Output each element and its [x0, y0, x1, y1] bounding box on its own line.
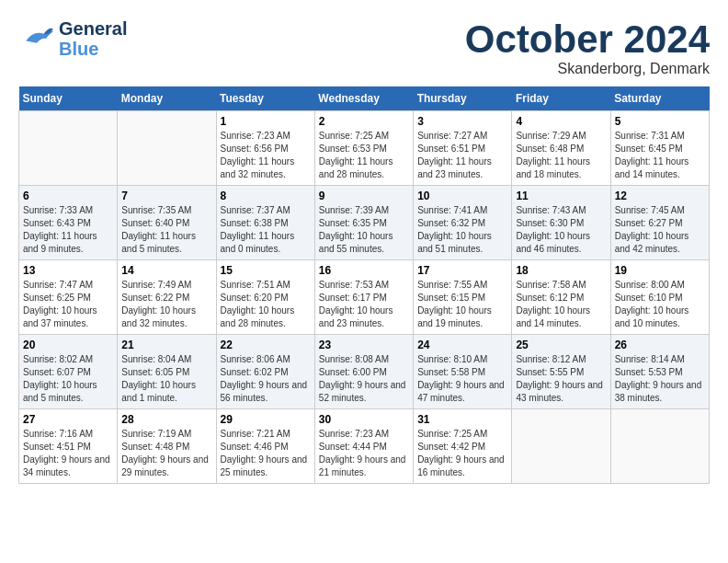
- day-info: Sunrise: 7:37 AMSunset: 6:38 PMDaylight:…: [221, 204, 311, 256]
- calendar-cell: 6 Sunrise: 7:33 AMSunset: 6:43 PMDayligh…: [19, 186, 118, 260]
- week-row-2: 6 Sunrise: 7:33 AMSunset: 6:43 PMDayligh…: [19, 186, 710, 260]
- day-info: Sunrise: 7:31 AMSunset: 6:45 PMDaylight:…: [615, 130, 705, 181]
- calendar-cell: 24 Sunrise: 8:10 AMSunset: 5:58 PMDaylig…: [414, 335, 512, 409]
- weekday-header-wednesday: Wednesday: [314, 86, 413, 111]
- calendar-cell: 2 Sunrise: 7:25 AMSunset: 6:53 PMDayligh…: [314, 111, 413, 186]
- calendar-cell: 20 Sunrise: 8:02 AMSunset: 6:07 PMDaylig…: [19, 335, 118, 409]
- week-row-1: 1 Sunrise: 7:23 AMSunset: 6:56 PMDayligh…: [19, 111, 710, 186]
- day-info: Sunrise: 7:51 AMSunset: 6:20 PMDaylight:…: [221, 279, 311, 330]
- calendar-cell: 30 Sunrise: 7:23 AMSunset: 4:44 PMDaylig…: [314, 409, 413, 484]
- calendar-cell: [19, 111, 118, 186]
- weekday-header-sunday: Sunday: [19, 86, 118, 111]
- day-number: 9: [319, 190, 409, 202]
- day-info: Sunrise: 7:19 AMSunset: 4:48 PMDaylight:…: [121, 428, 211, 479]
- day-info: Sunrise: 7:41 AMSunset: 6:32 PMDaylight:…: [417, 204, 507, 256]
- calendar-cell: 29 Sunrise: 7:21 AMSunset: 4:46 PMDaylig…: [216, 409, 314, 484]
- month-title: October 2024: [465, 18, 710, 61]
- calendar-cell: [610, 409, 709, 484]
- day-info: Sunrise: 7:58 AMSunset: 6:12 PMDaylight:…: [516, 279, 606, 330]
- weekday-header-saturday: Saturday: [610, 86, 709, 111]
- day-info: Sunrise: 7:23 AMSunset: 6:56 PMDaylight:…: [221, 130, 311, 181]
- day-number: 29: [221, 413, 311, 426]
- location: Skanderborg, Denmark: [465, 61, 710, 77]
- calendar-cell: 31 Sunrise: 7:25 AMSunset: 4:42 PMDaylig…: [414, 409, 512, 484]
- calendar-cell: 19 Sunrise: 8:00 AMSunset: 6:10 PMDaylig…: [610, 260, 709, 335]
- day-number: 3: [417, 115, 507, 128]
- day-info: Sunrise: 7:49 AMSunset: 6:22 PMDaylight:…: [121, 279, 211, 330]
- day-number: 20: [23, 339, 113, 351]
- day-number: 18: [516, 264, 606, 277]
- calendar-cell: 13 Sunrise: 7:47 AMSunset: 6:25 PMDaylig…: [19, 260, 118, 335]
- calendar-cell: 15 Sunrise: 7:51 AMSunset: 6:20 PMDaylig…: [216, 260, 314, 335]
- day-number: 4: [516, 115, 606, 128]
- day-number: 21: [121, 339, 211, 351]
- calendar-cell: 12 Sunrise: 7:45 AMSunset: 6:27 PMDaylig…: [610, 186, 709, 260]
- day-number: 24: [417, 339, 507, 351]
- day-info: Sunrise: 7:39 AMSunset: 6:35 PMDaylight:…: [319, 204, 409, 256]
- logo-bird-icon: [18, 23, 55, 55]
- day-number: 2: [319, 115, 409, 128]
- day-number: 25: [516, 339, 606, 351]
- day-info: Sunrise: 8:06 AMSunset: 6:02 PMDaylight:…: [221, 353, 311, 405]
- day-info: Sunrise: 8:08 AMSunset: 6:00 PMDaylight:…: [319, 353, 409, 405]
- day-info: Sunrise: 7:27 AMSunset: 6:51 PMDaylight:…: [417, 130, 507, 181]
- weekday-header-tuesday: Tuesday: [216, 86, 314, 111]
- day-info: Sunrise: 7:25 AMSunset: 6:53 PMDaylight:…: [319, 130, 409, 181]
- calendar-cell: 11 Sunrise: 7:43 AMSunset: 6:30 PMDaylig…: [512, 186, 610, 260]
- calendar-cell: 17 Sunrise: 7:55 AMSunset: 6:15 PMDaylig…: [414, 260, 512, 335]
- day-info: Sunrise: 7:33 AMSunset: 6:43 PMDaylight:…: [23, 204, 113, 256]
- day-info: Sunrise: 7:29 AMSunset: 6:48 PMDaylight:…: [516, 130, 606, 181]
- day-number: 12: [615, 190, 705, 202]
- calendar-cell: 22 Sunrise: 8:06 AMSunset: 6:02 PMDaylig…: [216, 335, 314, 409]
- calendar-cell: 14 Sunrise: 7:49 AMSunset: 6:22 PMDaylig…: [118, 260, 216, 335]
- day-info: Sunrise: 7:53 AMSunset: 6:17 PMDaylight:…: [319, 279, 409, 330]
- title-block: October 2024 Skanderborg, Denmark: [465, 18, 710, 77]
- day-info: Sunrise: 7:35 AMSunset: 6:40 PMDaylight:…: [121, 204, 211, 256]
- page-header: General Blue October 2024 Skanderborg, D…: [18, 18, 710, 77]
- day-number: 15: [221, 264, 311, 277]
- weekday-header-friday: Friday: [512, 86, 610, 111]
- calendar-cell: [512, 409, 610, 484]
- day-info: Sunrise: 7:23 AMSunset: 4:44 PMDaylight:…: [319, 428, 409, 479]
- logo: General Blue: [18, 18, 127, 59]
- calendar-cell: 28 Sunrise: 7:19 AMSunset: 4:48 PMDaylig…: [118, 409, 216, 484]
- calendar-cell: 1 Sunrise: 7:23 AMSunset: 6:56 PMDayligh…: [216, 111, 314, 186]
- calendar-cell: 23 Sunrise: 8:08 AMSunset: 6:00 PMDaylig…: [314, 335, 413, 409]
- week-row-4: 20 Sunrise: 8:02 AMSunset: 6:07 PMDaylig…: [19, 335, 710, 409]
- calendar-cell: 25 Sunrise: 8:12 AMSunset: 5:55 PMDaylig…: [512, 335, 610, 409]
- calendar-cell: 18 Sunrise: 7:58 AMSunset: 6:12 PMDaylig…: [512, 260, 610, 335]
- day-number: 6: [23, 190, 113, 202]
- day-info: Sunrise: 7:55 AMSunset: 6:15 PMDaylight:…: [417, 279, 507, 330]
- day-number: 7: [121, 190, 211, 202]
- calendar-cell: [118, 111, 216, 186]
- day-number: 11: [516, 190, 606, 202]
- day-number: 8: [221, 190, 311, 202]
- weekday-header-thursday: Thursday: [414, 86, 512, 111]
- day-number: 22: [221, 339, 311, 351]
- day-number: 1: [221, 115, 311, 128]
- day-number: 31: [417, 413, 507, 426]
- day-number: 5: [615, 115, 705, 128]
- calendar-cell: 27 Sunrise: 7:16 AMSunset: 4:51 PMDaylig…: [19, 409, 118, 484]
- calendar-cell: 21 Sunrise: 8:04 AMSunset: 6:05 PMDaylig…: [118, 335, 216, 409]
- day-number: 13: [23, 264, 113, 277]
- logo-text: General Blue: [59, 18, 127, 59]
- day-info: Sunrise: 8:10 AMSunset: 5:58 PMDaylight:…: [417, 353, 507, 405]
- weekday-header-row: SundayMondayTuesdayWednesdayThursdayFrid…: [19, 86, 710, 111]
- day-info: Sunrise: 7:47 AMSunset: 6:25 PMDaylight:…: [23, 279, 113, 330]
- day-number: 16: [319, 264, 409, 277]
- calendar-cell: 10 Sunrise: 7:41 AMSunset: 6:32 PMDaylig…: [414, 186, 512, 260]
- day-info: Sunrise: 8:14 AMSunset: 5:53 PMDaylight:…: [615, 353, 705, 405]
- day-info: Sunrise: 7:25 AMSunset: 4:42 PMDaylight:…: [417, 428, 507, 479]
- day-info: Sunrise: 7:21 AMSunset: 4:46 PMDaylight:…: [221, 428, 311, 479]
- calendar-cell: 16 Sunrise: 7:53 AMSunset: 6:17 PMDaylig…: [314, 260, 413, 335]
- day-info: Sunrise: 7:45 AMSunset: 6:27 PMDaylight:…: [615, 204, 705, 256]
- calendar-table: SundayMondayTuesdayWednesdayThursdayFrid…: [18, 86, 710, 484]
- day-info: Sunrise: 8:12 AMSunset: 5:55 PMDaylight:…: [516, 353, 606, 405]
- calendar-cell: 3 Sunrise: 7:27 AMSunset: 6:51 PMDayligh…: [414, 111, 512, 186]
- day-number: 26: [615, 339, 705, 351]
- calendar-cell: 5 Sunrise: 7:31 AMSunset: 6:45 PMDayligh…: [610, 111, 709, 186]
- day-info: Sunrise: 8:02 AMSunset: 6:07 PMDaylight:…: [23, 353, 113, 405]
- day-number: 10: [417, 190, 507, 202]
- calendar-cell: 4 Sunrise: 7:29 AMSunset: 6:48 PMDayligh…: [512, 111, 610, 186]
